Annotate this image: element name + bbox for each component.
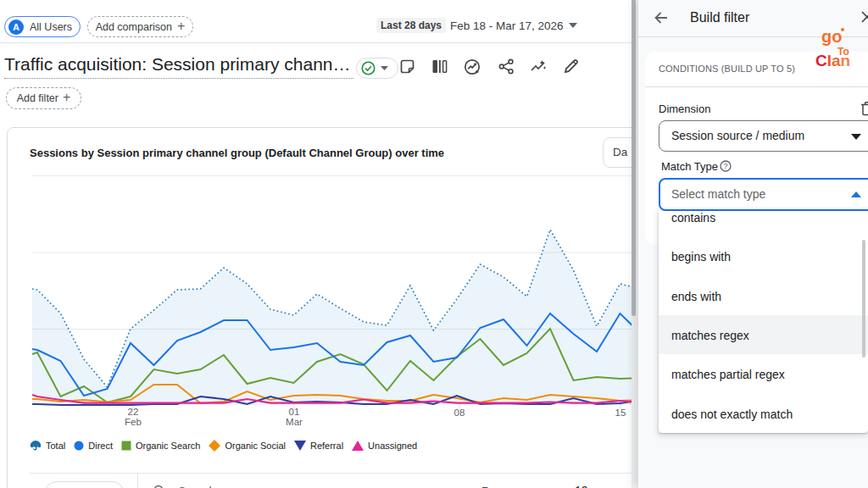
svg-text:?: ?: [723, 162, 727, 170]
